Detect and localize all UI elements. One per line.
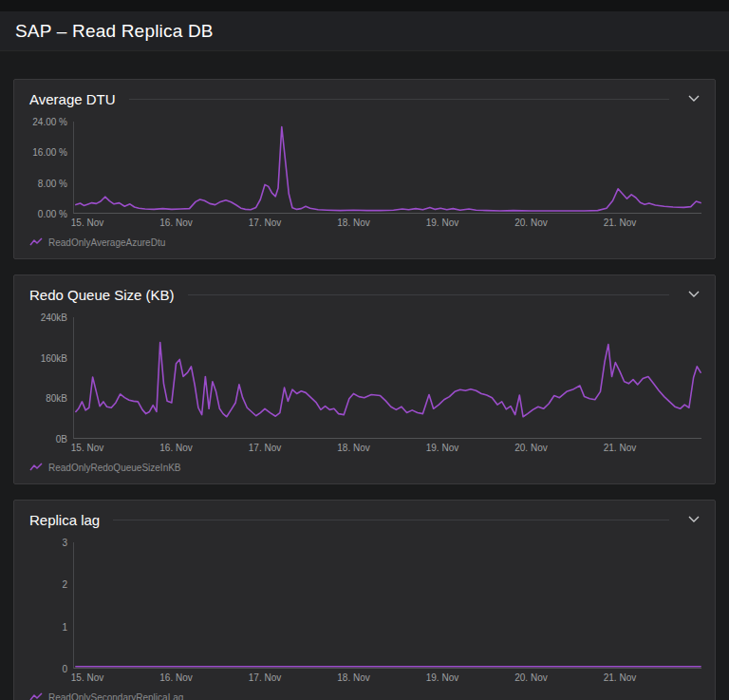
y-axis-labels: 240kB160kB80kB0B bbox=[29, 317, 73, 439]
panel-header: Redo Queue Size (KB) bbox=[29, 285, 701, 304]
y-tick-label: 160kB bbox=[41, 352, 67, 363]
title-divider bbox=[113, 520, 669, 520]
x-tick-label: 21. Nov bbox=[604, 443, 636, 453]
line-chart-plot[interactable] bbox=[73, 542, 701, 669]
legend-label: ReadOnlyAverageAzureDtu bbox=[48, 237, 165, 248]
y-tick-label: 3 bbox=[62, 538, 67, 548]
series-line-icon bbox=[29, 463, 43, 472]
x-tick-label: 19. Nov bbox=[426, 443, 458, 453]
y-axis-labels: 24.00 %16.00 %8.00 %0.00 % bbox=[29, 122, 73, 214]
x-tick-label: 17. Nov bbox=[249, 443, 281, 453]
title-divider bbox=[129, 99, 669, 100]
title-divider bbox=[188, 294, 669, 295]
line-chart-plot[interactable] bbox=[73, 317, 701, 439]
x-tick-label: 21. Nov bbox=[604, 672, 636, 683]
x-tick-label: 18. Nov bbox=[337, 443, 369, 453]
x-tick-label: 19. Nov bbox=[426, 218, 458, 228]
x-tick-label: 20. Nov bbox=[514, 443, 547, 453]
collapse-panel-button[interactable] bbox=[686, 93, 701, 104]
panel-header: Average DTU bbox=[29, 89, 701, 108]
x-tick-label: 16. Nov bbox=[159, 218, 192, 228]
x-tick-label: 19. Nov bbox=[426, 672, 458, 683]
dashboard-screen: SAP – Read Replica DB Average DTU 24.00 … bbox=[0, 0, 729, 700]
chevron-down-icon bbox=[688, 291, 700, 298]
dashboard-title: SAP – Read Replica DB bbox=[15, 21, 214, 42]
x-axis-labels: 15. Nov16. Nov17. Nov18. Nov19. Nov20. N… bbox=[74, 439, 701, 455]
x-tick-label: 21. Nov bbox=[604, 218, 636, 228]
chart-area: 240kB160kB80kB0B bbox=[29, 317, 701, 439]
y-tick-label: 0 bbox=[62, 664, 67, 674]
x-axis-labels: 15. Nov16. Nov17. Nov18. Nov19. Nov20. N… bbox=[74, 214, 701, 230]
series-line-icon bbox=[29, 237, 43, 247]
panel-title: Average DTU bbox=[29, 91, 116, 107]
y-tick-label: 0B bbox=[56, 434, 67, 445]
dashboard-header: SAP – Read Replica DB bbox=[0, 11, 729, 51]
x-tick-label: 16. Nov bbox=[159, 672, 192, 683]
panel-list: Average DTU 24.00 %16.00 %8.00 %0.00 % 1… bbox=[0, 51, 729, 700]
x-tick-label: 15. Nov bbox=[71, 672, 103, 683]
legend-item[interactable]: ReadOnlyRedoQueueSizeInKB bbox=[29, 461, 181, 474]
x-axis-labels: 15. Nov16. Nov17. Nov18. Nov19. Nov20. N… bbox=[74, 669, 701, 685]
legend-item[interactable]: ReadOnlySecondaryReplicaLag bbox=[29, 691, 183, 700]
y-tick-label: 24.00 % bbox=[32, 117, 67, 127]
y-tick-label: 8.00 % bbox=[38, 178, 67, 188]
y-tick-label: 1 bbox=[62, 621, 67, 632]
y-tick-label: 2 bbox=[62, 579, 67, 590]
chart-area: 24.00 %16.00 %8.00 %0.00 % bbox=[29, 122, 701, 214]
x-tick-label: 20. Nov bbox=[514, 672, 547, 683]
panel-title: Redo Queue Size (KB) bbox=[29, 287, 175, 303]
panel-title: Replica lag bbox=[29, 512, 100, 528]
panel-header: Replica lag bbox=[29, 510, 701, 529]
chart-area: 3210 bbox=[29, 542, 701, 669]
x-tick-label: 18. Nov bbox=[337, 672, 369, 683]
x-tick-label: 20. Nov bbox=[514, 218, 547, 228]
y-axis-labels: 3210 bbox=[29, 542, 73, 669]
line-chart-plot[interactable] bbox=[73, 122, 701, 214]
collapse-panel-button[interactable] bbox=[686, 514, 701, 525]
chevron-down-icon bbox=[688, 95, 700, 103]
x-tick-label: 18. Nov bbox=[337, 218, 369, 228]
y-tick-label: 240kB bbox=[41, 312, 67, 323]
window-top-strip bbox=[0, 0, 729, 11]
y-tick-label: 16.00 % bbox=[32, 147, 67, 158]
panel-redo-queue-size: Redo Queue Size (KB) 240kB160kB80kB0B 15… bbox=[13, 274, 716, 484]
y-tick-label: 0.00 % bbox=[38, 209, 67, 219]
legend-label: ReadOnlySecondaryReplicaLag bbox=[48, 692, 183, 700]
panel-average-dtu: Average DTU 24.00 %16.00 %8.00 %0.00 % 1… bbox=[13, 79, 716, 259]
x-tick-label: 15. Nov bbox=[71, 443, 103, 453]
chevron-down-icon bbox=[688, 516, 700, 523]
legend-label: ReadOnlyRedoQueueSizeInKB bbox=[48, 463, 181, 473]
y-tick-label: 80kB bbox=[46, 393, 67, 404]
x-tick-label: 15. Nov bbox=[71, 218, 103, 228]
series-line-icon bbox=[29, 692, 43, 700]
x-tick-label: 16. Nov bbox=[159, 443, 192, 453]
x-tick-label: 17. Nov bbox=[249, 218, 281, 228]
panel-replica-lag: Replica lag 3210 15. Nov16. Nov17. Nov18… bbox=[13, 500, 716, 700]
legend-item[interactable]: ReadOnlyAverageAzureDtu bbox=[29, 236, 165, 249]
collapse-panel-button[interactable] bbox=[686, 289, 701, 300]
x-tick-label: 17. Nov bbox=[249, 672, 281, 683]
